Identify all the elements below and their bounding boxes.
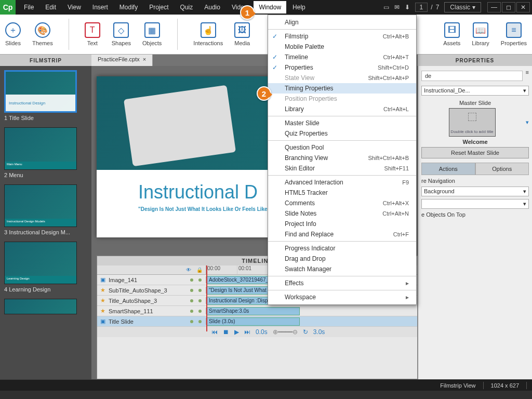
slide-thumb[interactable]: Main Menu2 Menu (4, 127, 87, 178)
end-icon[interactable]: ⏭ (244, 328, 250, 336)
master-slide-thumb[interactable]: Double click to add title (449, 108, 496, 137)
check-icon: ✓ (272, 33, 277, 40)
slide-thumb[interactable]: Learning Design4 Learning Design (4, 242, 87, 292)
ruler-tick: 00:00 (206, 265, 237, 274)
menu-item-workspace[interactable]: Workspace▸ (268, 292, 416, 302)
lock-icon[interactable]: 🔒 (196, 267, 203, 273)
maximize-button[interactable]: ◻ (502, 2, 515, 12)
timeline-row[interactable]: ▣Title SlideSlide (3.0s) (97, 316, 417, 327)
menu-item-quiz-properties[interactable]: Quiz Properties (268, 128, 416, 139)
options-tab[interactable]: Options (475, 163, 529, 175)
current-page[interactable]: 1 (415, 3, 428, 12)
workspace-switcher[interactable]: Classic▾ (444, 2, 481, 12)
assets-tool[interactable]: 🎞Assets (443, 22, 460, 46)
menu-project[interactable]: Project (144, 1, 174, 14)
timeline-row[interactable]: ★SmartShape_111SmartShape:3.0s (97, 306, 417, 316)
properties-panel: de ≡ Instructional_De...▾ Master Slide D… (418, 66, 532, 379)
master-swap-icon[interactable]: ▾ (526, 119, 529, 126)
menu-audio[interactable]: Audio (199, 1, 225, 14)
status-view: Filmstrip View (440, 382, 475, 389)
objects-tool[interactable]: ▦Objects (142, 22, 162, 46)
menu-item-comments[interactable]: CommentsCtrl+Alt+X (268, 198, 416, 208)
document-tabs: FILMSTRIP PracticeFile.cptx × PROPERTIES (0, 55, 532, 66)
master-select[interactable]: Instructional_De...▾ (421, 86, 529, 96)
close-button[interactable]: ✕ (516, 2, 530, 12)
menu-quiz[interactable]: Quiz (175, 1, 198, 14)
rewind-icon[interactable]: ⏮ (211, 328, 218, 336)
current-time: 0.0s (256, 328, 268, 336)
menu-item-slide-notes[interactable]: Slide NotesCtrl+Alt+N (268, 208, 416, 219)
menu-modify[interactable]: Modify (114, 1, 143, 14)
page-sep: / (431, 4, 432, 11)
filmstrip-panel[interactable]: Instructional Design1 Title SlideMain Me… (0, 66, 91, 379)
file-tab[interactable]: PracticeFile.cptx × (91, 55, 153, 66)
ruler-tick: 00:01 (237, 265, 269, 274)
play-icon[interactable]: ▶ (234, 328, 239, 336)
text-tool[interactable]: TText (85, 22, 100, 46)
menu-item-align[interactable]: Align (268, 17, 416, 28)
menu-item-timing-properties[interactable]: Timing Properties (268, 83, 416, 94)
menu-item-properties[interactable]: ✓PropertiesShift+Ctrl+D (268, 62, 416, 73)
filmstrip-header: FILMSTRIP (0, 55, 91, 66)
slide-thumb[interactable]: Instructional Design Models3 Instruction… (4, 184, 87, 235)
loop-icon[interactable]: ↻ (303, 328, 308, 336)
timeline-controls: ⏮ ⏹ ▶ ⏭ 0.0s ⊕━━━━⊖ ↻ 3.0s (97, 327, 417, 337)
actions-tab[interactable]: Actions (421, 163, 475, 175)
themes-tool[interactable]: 🎨Themes (32, 22, 53, 46)
download-icon[interactable]: ⬇ (405, 4, 410, 11)
menu-insert[interactable]: Insert (87, 1, 113, 14)
mail-icon[interactable]: ✉ (394, 4, 400, 11)
duration: 3.0s (313, 328, 325, 336)
library-tool[interactable]: 📖Library (472, 22, 489, 46)
menu-item-skin-editor[interactable]: Skin EditorShift+F11 (268, 163, 416, 174)
menu-item-state-view: State ViewShift+Ctrl+Alt+P (268, 73, 416, 83)
menu-item-drag-and-drop[interactable]: Drag and Drop (268, 254, 416, 264)
menu-item-master-slide[interactable]: Master Slide (268, 118, 416, 128)
toolbar: ＋Slides 🎨Themes TText ◇Shapes ▦Objects ☝… (0, 15, 532, 55)
submenu-arrow-icon: ▸ (406, 280, 409, 287)
menu-file[interactable]: File (19, 1, 39, 14)
menu-item-filmstrip[interactable]: ✓FilmstripCtrl+Alt+B (268, 31, 416, 42)
menu-item-advanced-interaction[interactable]: Advanced InteractionF9 (268, 177, 416, 188)
reset-master-button[interactable]: Reset Master Slide (421, 147, 529, 158)
menu-item-swatch-manager[interactable]: Swatch Manager (268, 264, 416, 274)
titlebar: Cp FileEditViewInsertModifyProjectQuizAu… (0, 0, 532, 15)
menu-item-position-properties: Position Properties (268, 94, 416, 104)
shapes-tool[interactable]: ◇Shapes (112, 22, 131, 46)
stop-icon[interactable]: ⏹ (223, 328, 229, 336)
slide-thumb[interactable]: Instructional Design1 Title Slide (4, 70, 87, 121)
menu-view[interactable]: View (62, 1, 86, 14)
menu-item-timeline[interactable]: ✓TimelineCtrl+Alt+T (268, 52, 416, 62)
menu-item-progress-indicator[interactable]: Progress Indicator (268, 243, 416, 254)
status-dimensions: 1024 x 627 (491, 382, 519, 389)
menu-edit[interactable]: Edit (40, 1, 61, 14)
slides-tool[interactable]: ＋Slides (5, 22, 21, 46)
window-menu[interactable]: Align✓FilmstripCtrl+Alt+BMobile Palette✓… (268, 15, 417, 305)
check-icon: ✓ (272, 54, 277, 61)
menu-item-find-and-replace[interactable]: Find and ReplaceCtrl+F (268, 229, 416, 240)
background-select[interactable]: Background▾ (421, 187, 529, 196)
menu-item-branching-view[interactable]: Branching ViewShift+Ctrl+Alt+B (268, 153, 416, 163)
page-indicator: 1 / 7 (415, 3, 440, 12)
panel-menu-icon[interactable]: ≡ (526, 69, 529, 83)
statusbar: Filmstrip View 1024 x 627 (0, 379, 532, 391)
menu-item-question-pool[interactable]: Question Pool (268, 142, 416, 153)
menu-item-mobile-palette[interactable]: Mobile Palette (268, 42, 416, 52)
preview-icon[interactable]: ▭ (383, 4, 389, 11)
master-slide-name: Welcome (421, 139, 529, 145)
menu-item-project-info[interactable]: Project Info (268, 219, 416, 229)
interactions-tool[interactable]: ☝Interactions (193, 22, 223, 46)
media-tool[interactable]: 🖼Media (234, 22, 250, 46)
playhead[interactable] (206, 265, 207, 331)
properties-tool[interactable]: ≡Properties (501, 22, 527, 46)
properties-header: PROPERTIES (418, 55, 532, 66)
menu-item-html5-tracker[interactable]: HTML5 Tracker (268, 188, 416, 198)
submenu-arrow-icon: ▸ (406, 294, 409, 301)
menu-item-library[interactable]: LibraryCtrl+Alt+L (268, 104, 416, 114)
object-name-field[interactable]: de (421, 71, 523, 81)
minimize-button[interactable]: — (487, 2, 501, 12)
menu-item-effects[interactable]: Effects▸ (268, 278, 416, 288)
secondary-select[interactable]: ▾ (421, 199, 529, 209)
eye-icon[interactable]: 👁 (186, 267, 191, 273)
menu-help[interactable]: Help (287, 1, 311, 14)
